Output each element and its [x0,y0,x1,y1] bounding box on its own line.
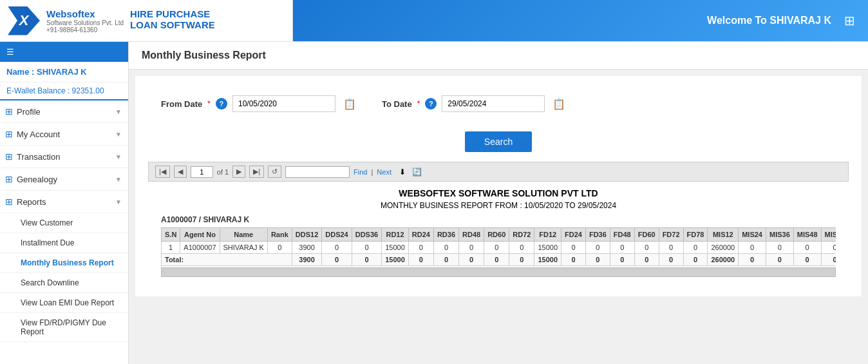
page-title-bar: Monthly Business Report [129,42,868,70]
pag-refresh-button[interactable]: ↺ [268,166,281,178]
sidebar-item-myaccount[interactable]: ⊞ My Account ▼ [0,123,128,146]
col-fd36: FD36 [585,228,610,242]
hamburger-menu[interactable]: ☰ [0,42,128,62]
cell-fd24: 0 [561,242,586,254]
sidebar-subitem-search-downline[interactable]: Search Downline [0,273,128,293]
report-subtitle: MONTHLY BUSINESS REPORT FROM : 10/05/202… [161,201,836,210]
pag-find-input[interactable] [285,166,350,178]
cell-rd48: 0 [459,242,484,254]
logo-icon: X [8,6,40,35]
pag-find-link[interactable]: Find [354,168,367,176]
pagination-bar: |◀ ◀ of 1 ▶ ▶| ↺ Find | Next ⬇ 🔄 [148,162,849,182]
to-date-group: To Date * ? 📋 [382,95,565,112]
total-fd60: 0 [634,254,659,266]
to-date-input[interactable] [442,95,545,112]
table-header-row: S.N Agent No Name Rank DDS12 DDS24 DDS36… [162,228,836,242]
cell-rd60: 0 [484,242,509,254]
logo-area: X Websoftex Software Solutions Pvt. Ltd … [0,0,293,41]
sidebar-subitem-installment-due[interactable]: Installment Due [0,233,128,253]
cell-fd78: 0 [683,242,708,254]
logo-title-2: LOAN SOFTWARE [130,19,215,30]
cell-dds24: 0 [322,242,352,254]
sidebar-subitem-monthly-business[interactable]: Monthly Business Report [0,253,128,273]
col-rd48: RD48 [459,228,484,242]
total-label: Total: [162,254,292,266]
sidebar-item-transaction[interactable]: ⊞ Transaction ▼ [0,146,128,168]
search-row: Search [148,131,849,152]
pag-refresh-icon[interactable]: 🔄 [412,168,422,177]
table-total-row: Total: 3900 0 0 15000 0 0 0 0 0 15000 [162,254,836,266]
horizontal-scrollbar[interactable] [161,267,836,277]
reports-arrow-icon: ▼ [115,198,122,206]
cell-name: SHIVARAJ K [220,242,267,254]
pag-next-link[interactable]: Next [377,168,392,176]
sidebar-label-profile: Profile [17,107,41,117]
table-row: 1 A1000007 SHIVARAJ K 0 3900 0 0 15000 0… [162,242,836,254]
to-date-label: To Date [382,99,412,109]
pag-page-input[interactable] [191,166,213,178]
total-rd48: 0 [459,254,484,266]
sidebar-item-profile[interactable]: ⊞ Profile ▼ [0,101,128,123]
pag-of-text: of 1 [217,168,229,176]
sidebar-subitem-loan-emi[interactable]: View Loan EMI Due Report [0,293,128,313]
col-fd12: FD12 [534,228,561,242]
pag-download-icon[interactable]: ⬇ [399,168,406,177]
total-mis60: 0 [821,254,836,266]
cell-rd24: 0 [408,242,433,254]
total-dds24: 0 [322,254,352,266]
transaction-arrow-icon: ▼ [115,153,122,160]
profile-grid-icon: ⊞ [5,106,13,117]
col-rd72: RD72 [509,228,534,242]
sidebar-subitem-fd-rd-pigmy[interactable]: View FD/RD/PIGMY Due Report [0,313,128,342]
col-name: Name [220,228,267,242]
sidebar-item-reports[interactable]: ⊞ Reports ▼ [0,191,128,213]
cell-dds36: 0 [352,242,381,254]
sidebar-label-reports: Reports [17,197,46,207]
total-mis36: 0 [766,254,793,266]
total-rd12: 15000 [382,254,409,266]
sidebar-balance: E-Wallet Balance : 92351.00 [0,82,128,101]
pag-first-button[interactable]: |◀ [155,166,170,178]
total-fd72: 0 [659,254,683,266]
total-fd48: 0 [610,254,634,266]
total-fd36: 0 [585,254,610,266]
pag-next-button[interactable]: ▶ [232,166,245,178]
search-button[interactable]: Search [465,131,532,152]
body-layout: ☰ Name : SHIVARAJ K E-Wallet Balance : 9… [0,42,868,364]
total-rd36: 0 [433,254,458,266]
total-fd12: 15000 [534,254,561,266]
sidebar-item-genealogy[interactable]: ⊞ Genealogy ▼ [0,168,128,191]
logo-sub: Software Solutions Pvt. Ltd [46,19,124,26]
pag-last-button[interactable]: ▶| [249,166,264,178]
total-dds36: 0 [352,254,381,266]
col-mis36: MIS36 [766,228,793,242]
col-fd60: FD60 [634,228,659,242]
cell-fd60: 0 [634,242,659,254]
from-date-calendar-icon[interactable]: 📋 [343,98,356,110]
sidebar-subitem-view-customer[interactable]: View Customer [0,213,128,233]
pag-prev-button[interactable]: ◀ [174,166,187,178]
total-rd60: 0 [484,254,509,266]
sidebar-label-myaccount: My Account [17,129,60,139]
to-date-help-icon[interactable]: ? [425,98,437,110]
cell-rd12: 15000 [382,242,409,254]
data-table-wrap: S.N Agent No Name Rank DDS12 DDS24 DDS36… [161,227,836,266]
col-fd72: FD72 [659,228,683,242]
reports-grid-icon: ⊞ [5,196,13,207]
genealogy-arrow-icon: ▼ [115,176,122,183]
main-content: Monthly Business Report From Date * ? 📋 … [129,42,868,364]
total-fd24: 0 [561,254,586,266]
to-date-calendar-icon[interactable]: 📋 [552,98,565,110]
logo-title-1: HIRE PURCHASE [130,8,215,19]
grid-icon[interactable]: ⊞ [844,13,855,28]
from-date-input[interactable] [232,95,335,112]
report-account-label: A1000007 / SHIVARAJ K [161,215,836,224]
cell-rd72: 0 [509,242,534,254]
col-rd12: RD12 [382,228,409,242]
from-date-help-icon[interactable]: ? [216,98,227,110]
myaccount-arrow-icon: ▼ [115,131,122,138]
cell-fd72: 0 [659,242,683,254]
total-mis24: 0 [739,254,766,266]
genealogy-grid-icon: ⊞ [5,174,13,184]
logo-text: Websoftex Software Solutions Pvt. Ltd +9… [46,8,215,34]
